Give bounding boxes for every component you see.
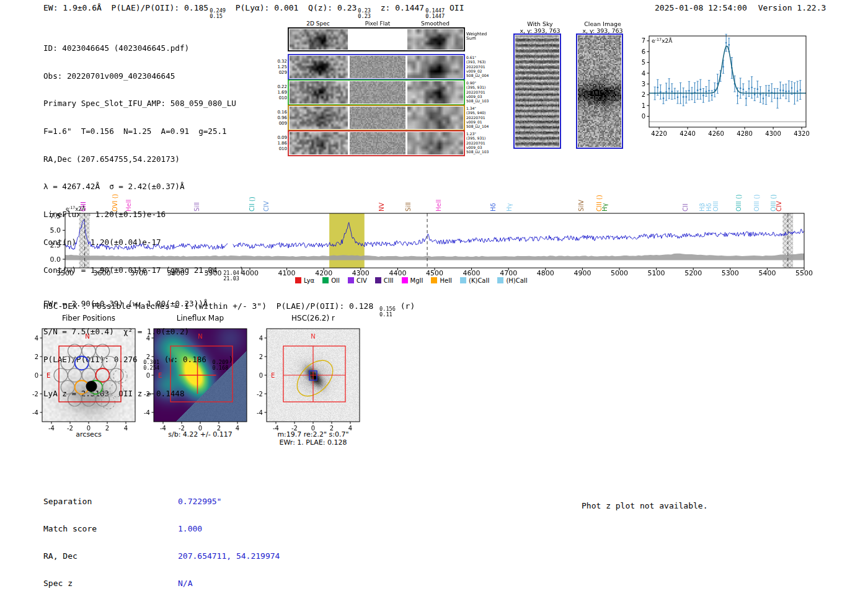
match-summary-table: Separation0.722995" Match score1.000 RA,… <box>43 479 280 591</box>
spec2d-row-left-labels: 0.321.25029 <box>272 59 287 76</box>
smoothed-image-row3 <box>407 107 463 129</box>
header-stats: EW: 1.9±0.6Å P(LAE)/P(OII): 0.1850.2490.… <box>43 3 464 19</box>
spec2d-image-row3 <box>290 107 348 129</box>
svg-text:3: 3 <box>642 81 645 87</box>
svg-text:e-17x2Å: e-17x2Å <box>652 37 673 44</box>
legend-swatch-lya <box>295 277 301 283</box>
svg-text:-2: -2 <box>257 391 263 398</box>
svg-text:SiIV: SiIV <box>578 200 585 211</box>
svg-text:4280: 4280 <box>737 130 752 137</box>
lineflux-caption: s/b: 4.22 +/- 0.117 <box>148 430 253 438</box>
svg-text:5100: 5100 <box>648 269 665 277</box>
withsky-image <box>515 35 559 147</box>
svg-text:OIII (): OIII () <box>735 194 742 211</box>
legend-item-oii: OII <box>322 277 340 284</box>
svg-text:5: 5 <box>642 59 645 66</box>
info-cont-w: Cont(w) = 1.90(±0.01)e-17 (gmag 21.04 21… <box>43 266 244 282</box>
spec2d-image-row4 <box>290 132 348 154</box>
cleanimage-title: Clean Image <box>575 20 631 27</box>
legend-label: (K)CaII <box>469 277 489 284</box>
spec2d-image-row2 <box>290 81 348 104</box>
svg-text:4: 4 <box>259 335 263 342</box>
svg-text:5200: 5200 <box>684 269 702 277</box>
info-plae-poii: P(LAE)/P(OII): 0.276 0.3010.254 (w: 0.18… <box>43 355 244 371</box>
legend-swatch-mgii <box>402 277 408 283</box>
spec2d-row-right-annotations: 1.23"(395, 931)20220701v009_03508_LU_103 <box>466 131 497 154</box>
legend-item-mgii: MgII <box>402 277 423 284</box>
svg-text:4260: 4260 <box>708 130 724 137</box>
info-radec: RA,Dec (207.654755,54.220173) <box>43 155 244 164</box>
legend-swatch-civ <box>348 277 354 283</box>
legend-label: CIV <box>356 277 367 284</box>
table-row: Separation0.722995" <box>43 497 280 507</box>
svg-text:0: 0 <box>642 113 645 120</box>
spec2d-image-row0 <box>290 29 348 50</box>
spec2d-row-right-annotations: 0.90"(395, 931)20220701v009_03508_LU_103 <box>466 81 497 103</box>
svg-text:HeII: HeII <box>435 199 442 211</box>
svg-text:2: 2 <box>259 353 263 360</box>
smoothed-image-row4 <box>407 132 463 154</box>
svg-text:4320: 4320 <box>794 130 809 137</box>
legend-label: HeII <box>440 277 452 284</box>
line-fit-inset-plot: 42204240426042804300432001234567e-17x2Å <box>642 34 810 137</box>
svg-text:2: 2 <box>642 91 645 98</box>
info-sn-chi2: S/N = 7.5(±0.4) χ² = 1.0(±0.2) <box>43 327 244 337</box>
svg-text:4: 4 <box>35 335 38 342</box>
detection-info-block: ID: 4023046645 (4023046645.pdf) Obs: 202… <box>43 25 244 417</box>
svg-text:4: 4 <box>642 70 645 77</box>
ew-value: EW: 1.9±0.6Å <box>43 3 112 12</box>
fiber-positions-title: Fiber Positions <box>42 314 135 322</box>
spec2d-row-right-annotations: 1.34"(395, 940)20220701v009_01508_LU_104 <box>466 106 497 128</box>
z-value: z: 0.1447 <box>371 3 424 12</box>
legend-swatch-kcaii <box>460 277 466 283</box>
info-lambda: λ = 4267.42Å σ = 2.42(±0.37)Å <box>43 182 244 192</box>
svg-text:CIII (): CIII () <box>596 195 603 211</box>
hsc-caption-plae: EWr: 1. PLAE: 0.128 <box>260 438 366 447</box>
svg-text:-4: -4 <box>32 409 38 416</box>
svg-text:4220: 4220 <box>651 130 666 137</box>
plae-value: P(LAE)/P(OII): 0.185 <box>112 3 209 12</box>
svg-text:1: 1 <box>642 102 645 109</box>
info-id: ID: 4023046645 (4023046645.pdf) <box>43 44 244 53</box>
svg-text:0: 0 <box>259 372 263 379</box>
pixelflat-image-row4 <box>350 132 405 154</box>
withsky-title: With Sky <box>512 20 568 27</box>
elixer-report-page: 42204240426042804300432001234567e-17x2Å3… <box>0 0 868 591</box>
report-date: 2025-01-08 12:54:00 <box>655 3 747 12</box>
legend-label: CIII <box>384 277 394 284</box>
svg-text:4100: 4100 <box>278 269 296 277</box>
legend-item-civ: CIV <box>348 277 367 284</box>
spec2d-row-left-labels: 0.221.69010 <box>272 84 287 101</box>
svg-text:2: 2 <box>35 353 38 360</box>
spec2d-row-right-annotations: 0.61"(393, 763)20220701v009_02508_LU_004 <box>466 55 497 78</box>
weighted-sum-label: WeightedSum <box>466 32 497 42</box>
svg-text:7: 7 <box>642 37 645 44</box>
svg-text:Hγ: Hγ <box>601 203 608 211</box>
legend-swatch-heii <box>431 277 437 283</box>
header-datetime: 2025-01-08 12:54:00Version 1.22.3 <box>655 3 826 12</box>
svg-text:CII (): CII () <box>249 197 255 211</box>
svg-text:6: 6 <box>642 48 645 55</box>
svg-text:4900: 4900 <box>574 269 591 277</box>
table-row: Match score1.000 <box>43 525 280 534</box>
info-seeing: F=1.6" T=0.156 N=1.25 A=0.91 g=25.1 <box>43 127 244 136</box>
svg-text:4700: 4700 <box>500 269 517 277</box>
svg-text:CIV: CIV <box>776 201 782 211</box>
svg-text:5300: 5300 <box>722 269 739 277</box>
svg-text:5000: 5000 <box>611 269 628 277</box>
svg-text:-2: -2 <box>32 391 38 398</box>
hsc-caption-morphology: m:19.7 re:2.2" s:0.7" <box>260 430 366 438</box>
hsc-r-image <box>267 329 360 422</box>
spec2d-row-left-labels: 0.091.86010 <box>272 135 287 152</box>
photz-unavailable-note: Phot z plot not available. <box>582 501 708 510</box>
svg-text:4300: 4300 <box>352 269 370 277</box>
svg-text:5400: 5400 <box>758 269 776 277</box>
col-header-2dspec: 2D Spec <box>290 20 346 27</box>
svg-text:4240: 4240 <box>680 130 695 137</box>
table-row: RA, Dec207.654711, 54.219974 <box>43 552 280 561</box>
svg-text:4400: 4400 <box>389 269 406 277</box>
spec2d-image-row1 <box>290 56 348 78</box>
legend-label: Lyα <box>304 277 314 284</box>
svg-text:Hδ: Hδ <box>490 203 497 211</box>
svg-text:Hγ: Hγ <box>506 203 513 211</box>
